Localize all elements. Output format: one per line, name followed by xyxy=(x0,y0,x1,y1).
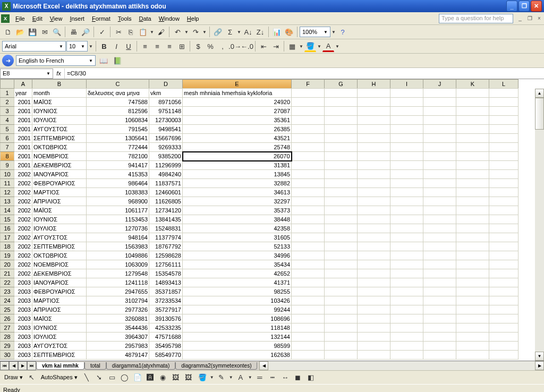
row-header-6[interactable]: 6 xyxy=(1,134,14,143)
cell-H1[interactable] xyxy=(358,89,390,98)
cell-I21[interactable] xyxy=(390,269,423,278)
cell-I6[interactable] xyxy=(390,134,423,143)
cell-B6[interactable]: ΣΕΠΤΕΜΒΡΙΟΣ xyxy=(32,134,87,143)
menu-tools[interactable]: Tools xyxy=(114,14,135,23)
cell-E14[interactable]: 35373 xyxy=(183,206,292,215)
cell-H26[interactable] xyxy=(358,314,390,323)
cell-K1[interactable] xyxy=(456,89,489,98)
cell-E3[interactable]: 27087 xyxy=(183,107,292,116)
print-icon[interactable]: 🖶 xyxy=(67,26,79,38)
cell-A24[interactable]: 2003 xyxy=(14,296,32,305)
font-color-dropdown[interactable]: ▼ xyxy=(335,44,340,49)
cell-L24[interactable] xyxy=(489,296,518,305)
menu-edit[interactable]: Edit xyxy=(29,14,46,23)
cell-C4[interactable]: 1060834 xyxy=(87,116,149,125)
cell-L8[interactable] xyxy=(489,152,518,161)
cell-A18[interactable]: 2002 xyxy=(14,242,32,251)
cell-J26[interactable] xyxy=(423,314,456,323)
sheet-prev-button[interactable]: ◀ xyxy=(9,361,18,370)
cell-D20[interactable]: 12756111 xyxy=(149,260,183,269)
cell-B29[interactable]: ΑΥΓΟΥΣΤΟΣ xyxy=(32,342,87,351)
col-header-G[interactable]: G xyxy=(325,80,358,89)
cell-A17[interactable]: 2002 xyxy=(14,233,32,242)
cell-F8[interactable] xyxy=(292,152,325,161)
translate-option1-icon[interactable]: 📖 xyxy=(98,55,109,66)
cell-K2[interactable] xyxy=(456,98,489,107)
cell-H16[interactable] xyxy=(358,224,390,233)
cell-I1[interactable] xyxy=(390,89,423,98)
percent-icon[interactable]: % xyxy=(205,40,216,52)
cell-J10[interactable] xyxy=(423,170,456,179)
cell-E30[interactable]: 162638 xyxy=(183,351,292,360)
cell-C17[interactable]: 948164 xyxy=(87,233,149,242)
vertical-scrollbar[interactable]: ▲ ▼ xyxy=(535,89,544,361)
cell-I5[interactable] xyxy=(390,125,423,134)
cell-I13[interactable] xyxy=(390,197,423,206)
cell-D1[interactable]: vkm xyxy=(149,89,183,98)
row-header-10[interactable]: 10 xyxy=(1,170,14,179)
menu-view[interactable]: View xyxy=(46,14,66,23)
row-header-4[interactable]: 4 xyxy=(1,116,14,125)
cell-D23[interactable]: 35371857 xyxy=(149,287,183,296)
cell-A11[interactable]: 2002 xyxy=(14,179,32,188)
cell-D12[interactable]: 12460601 xyxy=(149,188,183,197)
row-header-16[interactable]: 16 xyxy=(1,224,14,233)
cell-I20[interactable] xyxy=(390,260,423,269)
cell-I23[interactable] xyxy=(390,287,423,296)
cell-F12[interactable] xyxy=(292,188,325,197)
email-icon[interactable]: ✉ xyxy=(39,26,50,38)
autoshapes-menu[interactable]: AutoShapes ▾ xyxy=(39,374,80,381)
cell-C15[interactable]: 1153453 xyxy=(87,215,149,224)
redo-dropdown[interactable]: ▼ xyxy=(202,30,207,35)
cell-J15[interactable] xyxy=(423,215,456,224)
cell-B12[interactable]: ΜΑΡΤΙΟΣ xyxy=(32,188,87,197)
cell-F10[interactable] xyxy=(292,170,325,179)
cell-G28[interactable] xyxy=(325,333,358,342)
cell-C18[interactable]: 1563983 xyxy=(87,242,149,251)
cell-A30[interactable]: 2003 xyxy=(14,351,32,360)
redo-icon[interactable]: ↷ xyxy=(190,26,201,38)
cell-C3[interactable]: 812596 xyxy=(87,107,149,116)
cell-H9[interactable] xyxy=(358,161,390,170)
cell-E19[interactable]: 34996 xyxy=(183,251,292,260)
cell-E4[interactable]: 35361 xyxy=(183,116,292,125)
row-header-13[interactable]: 13 xyxy=(1,197,14,206)
cell-G26[interactable] xyxy=(325,314,358,323)
doc-close-button[interactable]: × xyxy=(536,15,543,22)
cell-B21[interactable]: ΔΕΚΕΜΒΡΙΟΣ xyxy=(32,269,87,278)
cell-F11[interactable] xyxy=(292,179,325,188)
cell-G27[interactable] xyxy=(325,323,358,333)
cell-E12[interactable]: 34613 xyxy=(183,188,292,197)
cell-K17[interactable] xyxy=(456,233,489,242)
textbox-icon[interactable]: 📄 xyxy=(132,372,143,384)
row-header-3[interactable]: 3 xyxy=(1,107,14,116)
select-all-corner[interactable] xyxy=(1,80,14,89)
currency-icon[interactable]: $ xyxy=(192,40,204,52)
cell-K19[interactable] xyxy=(456,251,489,260)
cell-E11[interactable]: 32882 xyxy=(183,179,292,188)
cell-C20[interactable]: 1063009 xyxy=(87,260,149,269)
row-header-27[interactable]: 27 xyxy=(1,323,14,333)
cell-B24[interactable]: ΜΑΡΤΙΟΣ xyxy=(32,296,87,305)
paste-icon[interactable]: 📋 xyxy=(137,26,149,38)
cell-E21[interactable]: 42652 xyxy=(183,269,292,278)
cell-B15[interactable]: ΙΟΥΝΙΟΣ xyxy=(32,215,87,224)
cell-E29[interactable]: 98599 xyxy=(183,342,292,351)
cell-C25[interactable]: 2977326 xyxy=(87,305,149,314)
cell-A4[interactable]: 2001 xyxy=(14,116,32,125)
cell-L4[interactable] xyxy=(489,116,518,125)
cell-J22[interactable] xyxy=(423,278,456,287)
row-header-20[interactable]: 20 xyxy=(1,260,14,269)
cell-I12[interactable] xyxy=(390,188,423,197)
cell-I19[interactable] xyxy=(390,251,423,260)
cell-K13[interactable] xyxy=(456,197,489,206)
cell-K20[interactable] xyxy=(456,260,489,269)
cell-I29[interactable] xyxy=(390,342,423,351)
col-header-I[interactable]: I xyxy=(390,80,423,89)
arrow-icon[interactable]: ➘ xyxy=(94,372,105,384)
fill-dropdown[interactable]: ▼ xyxy=(317,44,322,49)
cell-A21[interactable]: 2002 xyxy=(14,269,32,278)
cell-G5[interactable] xyxy=(325,125,358,134)
cell-C28[interactable]: 3964307 xyxy=(87,333,149,342)
row-header-28[interactable]: 28 xyxy=(1,333,14,342)
